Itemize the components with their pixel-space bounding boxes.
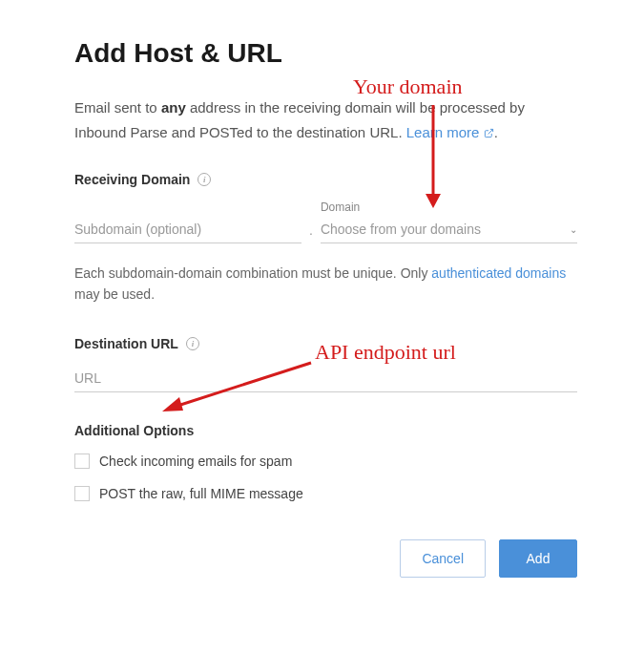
chevron-down-icon: ⌄ <box>570 224 577 235</box>
info-icon[interactable]: i <box>197 173 211 186</box>
domain-small-label: Domain <box>321 200 577 214</box>
raw-checkbox[interactable] <box>74 486 90 501</box>
domain-select-placeholder: Choose from your domains <box>321 222 481 237</box>
spam-checkbox[interactable] <box>74 454 90 469</box>
destination-url-label: Destination URL i <box>74 336 577 351</box>
spam-checkbox-label: Check incoming emails for spam <box>99 454 292 469</box>
add-button[interactable]: Add <box>499 539 577 578</box>
intro-text: Email sent to any address in the receivi… <box>74 95 577 145</box>
subdomain-input[interactable] <box>74 216 301 243</box>
url-input[interactable] <box>74 365 577 392</box>
external-link-icon <box>484 121 494 146</box>
cancel-button[interactable]: Cancel <box>400 539 486 578</box>
domain-select[interactable]: Choose from your domains ⌄ <box>321 216 577 243</box>
dot-separator: . <box>309 222 313 243</box>
svg-line-0 <box>488 129 492 134</box>
receiving-domain-label: Receiving Domain i <box>74 172 577 187</box>
info-icon[interactable]: i <box>186 337 199 350</box>
helper-text: Each subdomain-domain combination must b… <box>74 263 577 306</box>
additional-options-label: Additional Options <box>74 423 577 438</box>
raw-checkbox-label: POST the raw, full MIME message <box>99 486 303 501</box>
page-title: Add Host & URL <box>74 38 577 69</box>
authenticated-domains-link[interactable]: authenticated domains <box>431 265 566 281</box>
learn-more-link[interactable]: Learn more <box>406 124 494 140</box>
